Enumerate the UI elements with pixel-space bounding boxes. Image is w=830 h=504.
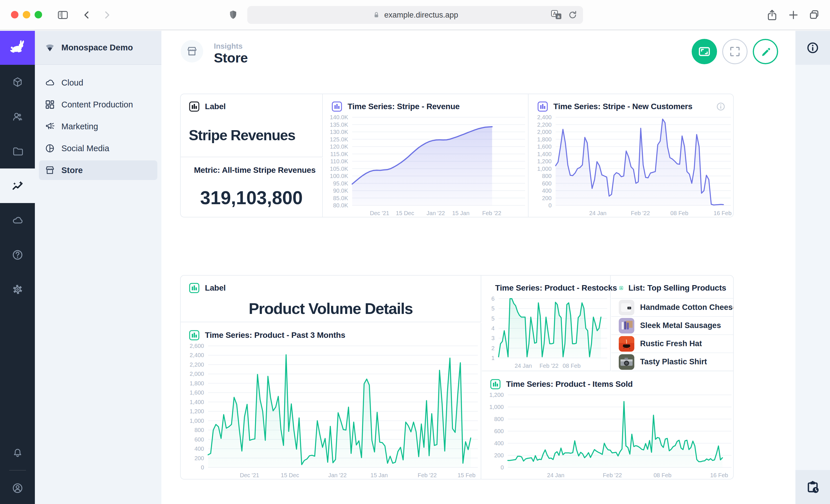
module-content[interactable] (0, 65, 35, 99)
zoom-window-button[interactable] (35, 11, 42, 19)
directus-logo[interactable] (0, 31, 35, 65)
traffic-lights[interactable] (11, 11, 42, 19)
reload-icon[interactable] (568, 10, 578, 20)
fullscreen-button[interactable] (722, 39, 747, 64)
svg-text:100.0K: 100.0K (330, 173, 348, 179)
product-name: Sleek Metal Sausages (640, 321, 721, 330)
svg-text:2,000: 2,000 (190, 371, 204, 377)
svg-text:15 Feb: 15 Feb (458, 472, 476, 478)
workspace-header[interactable]: Monospace Demo (35, 31, 161, 65)
panel-list-top-selling[interactable]: List: Top Selling Products Handmade Cott… (611, 276, 734, 371)
module-bar (0, 31, 35, 504)
module-insights[interactable] (0, 168, 35, 203)
svg-text:1,000: 1,000 (489, 404, 504, 410)
share-icon[interactable] (766, 9, 778, 21)
panel-title: Label (205, 102, 226, 111)
nav-item-label: Social Media (61, 144, 109, 153)
svg-text:600: 600 (542, 180, 552, 187)
module-settings[interactable] (0, 272, 35, 307)
svg-text:600: 600 (195, 436, 204, 443)
workspace-name: Monospace Demo (61, 43, 133, 53)
svg-text:08 Feb: 08 Feb (653, 472, 671, 478)
notifications-button[interactable] (12, 437, 23, 468)
info-sidebar-button[interactable] (795, 31, 830, 65)
panel-label-product-volume[interactable]: Label Product Volume Details (181, 276, 481, 322)
module-cloud[interactable] (0, 203, 35, 238)
svg-text:2,600: 2,600 (190, 343, 204, 349)
panel-chart-items-sold[interactable]: Time Series: Product - Items Sold 1,2001… (482, 372, 734, 479)
svg-text:16 Feb: 16 Feb (713, 210, 731, 216)
svg-text:95.0K: 95.0K (333, 180, 348, 187)
svg-text:4: 4 (491, 325, 494, 332)
panel-metric-revenues[interactable]: Metric: All-time Stripe Revenues 319,103… (181, 158, 323, 217)
svg-text:08 Feb: 08 Feb (670, 210, 688, 216)
list-item[interactable]: Sleek Metal Sausages (611, 316, 734, 334)
panel-title: Time Series: Stripe - Revenue (348, 102, 460, 111)
svg-text:0: 0 (201, 464, 204, 471)
svg-text:0: 0 (548, 202, 552, 208)
nav-item-content-production[interactable]: Content Production (35, 94, 161, 115)
svg-text:135.0K: 135.0K (330, 122, 348, 128)
back-icon[interactable] (81, 9, 92, 21)
minimize-window-button[interactable] (23, 11, 30, 19)
list-item[interactable]: Rustic Fresh Hat (611, 334, 734, 352)
svg-text:2,200: 2,200 (537, 122, 552, 128)
svg-text:1,800: 1,800 (190, 380, 204, 387)
browser-chrome: example.directus.app Aa (0, 0, 830, 30)
svg-text:1: 1 (491, 355, 494, 361)
svg-text:125.0K: 125.0K (330, 136, 348, 142)
nav-item-social-media[interactable]: Social Media (35, 137, 161, 159)
panel-chart-restocks[interactable]: Time Series: Product - Restocks 65543212… (482, 276, 611, 371)
activity-sidebar-button[interactable] (795, 470, 830, 504)
svg-text:1,600: 1,600 (190, 390, 204, 396)
chart-product-items-sold: 1,2001,000800600400200024 JanFeb '2208 F… (482, 392, 734, 479)
nav-item-cloud[interactable]: Cloud (35, 72, 161, 94)
rabbit-logo-icon (8, 39, 27, 57)
nav-item-store[interactable]: Store (39, 160, 157, 180)
forward-icon[interactable] (101, 9, 113, 21)
megaphone-icon (45, 121, 55, 132)
timeseries-panel-icon (189, 330, 200, 341)
panel-chart-revenue[interactable]: Time Series: Stripe - Revenue 140.0K135.… (323, 94, 529, 217)
activity-clipboard-icon (806, 480, 819, 494)
module-users[interactable] (0, 99, 35, 134)
svg-text:1,200: 1,200 (489, 392, 504, 398)
insights-sparkline-icon (11, 180, 24, 192)
label-panel-icon (189, 282, 200, 294)
list-item[interactable]: Handmade Cotton Cheese (611, 298, 734, 316)
svg-text:Jan '22: Jan '22 (328, 472, 347, 478)
panel-chart-new-customers[interactable]: Time Series: Stripe - New Customers 2,40… (529, 94, 734, 217)
list-item[interactable]: Tasty Plastic Shirt (611, 352, 734, 371)
lock-icon (372, 11, 381, 19)
tabs-overview-icon[interactable] (808, 9, 820, 21)
breadcrumb[interactable]: Insights (214, 42, 243, 51)
chart-product-restocks: 655432124 JanFeb '2208 Feb (482, 295, 610, 371)
module-help[interactable] (0, 238, 35, 272)
panel-chart-past-3-months[interactable]: Time Series: Product - Past 3 Months 2,6… (181, 323, 481, 479)
fullscreen-icon (729, 46, 741, 57)
help-icon (11, 249, 24, 261)
module-files[interactable] (0, 134, 35, 168)
storefront-icon (45, 165, 55, 175)
svg-text:120.0K: 120.0K (330, 143, 348, 150)
shield-icon[interactable] (228, 9, 238, 21)
edit-dashboard-button[interactable] (753, 39, 778, 64)
gear-icon (11, 283, 24, 296)
svg-text:800: 800 (494, 416, 504, 422)
screen: example.directus.app Aa (0, 0, 830, 504)
present-mode-button[interactable] (692, 39, 717, 64)
nav-item-label: Marketing (61, 122, 98, 131)
user-menu-button[interactable] (11, 472, 24, 504)
url-bar[interactable]: example.directus.app Aa (247, 6, 583, 24)
info-icon[interactable] (716, 102, 726, 111)
panel-label-stripe[interactable]: Label Stripe Revenues (181, 94, 323, 157)
close-window-button[interactable] (11, 11, 19, 19)
svg-text:24 Jan: 24 Jan (515, 363, 532, 369)
new-tab-icon[interactable] (787, 9, 799, 21)
translate-icon[interactable]: Aa (551, 9, 563, 21)
svg-text:Dec '21: Dec '21 (240, 472, 259, 478)
svg-text:0: 0 (501, 464, 504, 471)
nav-item-marketing[interactable]: Marketing (35, 115, 161, 137)
dashboard-icon-circle (181, 40, 203, 63)
sidebar-toggle-icon[interactable] (57, 9, 69, 21)
